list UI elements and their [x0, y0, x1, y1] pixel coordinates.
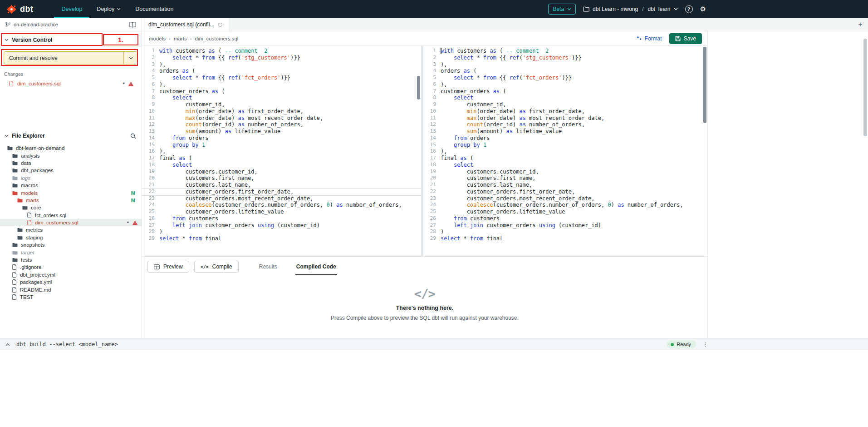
compile-button[interactable]: </> Compile — [194, 261, 239, 273]
window-scrollbar[interactable] — [863, 39, 867, 136]
tree-item-data[interactable]: data — [0, 159, 142, 167]
tree-item-packages.yml[interactable]: packages.yml — [0, 278, 142, 286]
code-line[interactable]: 25 customer_orders.lifetime_value — [142, 209, 421, 215]
code-line[interactable]: 9 customer_id, — [142, 101, 421, 108]
code-line[interactable]: 3), — [142, 61, 421, 68]
commit-dropdown-button[interactable] — [123, 51, 138, 65]
tree-item-fct_orders.sql[interactable]: fct_orders.sql — [0, 212, 142, 219]
breadcrumb-models[interactable]: models — [149, 36, 166, 41]
code-line[interactable]: 2 select * from {{ ref('stg_customers')}… — [142, 55, 421, 61]
docs-book-icon[interactable] — [129, 22, 136, 28]
code-line[interactable]: 22 customer_orders.first_order_date, — [142, 189, 421, 195]
tree-item-dim_customers.sql[interactable]: dim_customers.sql• — [0, 219, 142, 226]
nav-deploy[interactable]: Deploy — [89, 0, 128, 18]
code-line[interactable]: 7customer_orders as ( — [423, 88, 707, 95]
code-line[interactable]: 21 customers.last_name, — [142, 182, 421, 189]
format-button[interactable]: Format — [636, 35, 662, 42]
code-line[interactable]: 8 select — [423, 94, 707, 101]
changed-file-row[interactable]: dim_customers.sql • — [0, 79, 142, 88]
code-line[interactable]: 17final as ( — [423, 155, 707, 162]
settings-gear-icon[interactable]: ⚙ — [700, 5, 706, 13]
code-line[interactable]: 11 max(order_date) as most_recent_order_… — [142, 115, 421, 122]
code-line[interactable]: 5 select * from {{ ref('fct_orders')}} — [423, 74, 707, 81]
code-line[interactable]: 16), — [142, 148, 421, 155]
code-line[interactable]: 12 count(order_id) as number_of_orders, — [423, 121, 707, 128]
kebab-menu-icon[interactable]: ⋮ — [702, 341, 708, 348]
code-editor-right[interactable]: 1with customers as ( -- comment 22 selec… — [423, 46, 707, 256]
version-control-header[interactable]: Version Control — [0, 31, 142, 47]
code-line[interactable]: 28) — [423, 228, 707, 235]
code-line[interactable]: 11 max(order_date) as most_recent_order_… — [423, 115, 707, 122]
code-line[interactable]: 22 customer_orders.first_order_date, — [423, 189, 707, 195]
new-tab-button[interactable]: + — [853, 18, 868, 31]
code-line[interactable]: 27 left join customer_orders using (cust… — [142, 222, 421, 229]
nav-develop[interactable]: Develop — [54, 0, 89, 18]
code-line[interactable]: 7customer_orders as ( — [142, 88, 421, 95]
branch-name[interactable]: on-demand-practice — [14, 22, 126, 27]
code-line[interactable]: 1with customers as ( -- comment 2 — [423, 48, 707, 55]
search-icon[interactable] — [130, 133, 136, 139]
code-line[interactable]: 21 customers.last_name, — [423, 182, 707, 189]
tree-item-dbt-learn-on-demand[interactable]: dbt-learn-on-demand — [0, 144, 142, 152]
tree-item-analysis[interactable]: analysis — [0, 152, 142, 159]
tree-item-TEST[interactable]: TEST — [0, 293, 142, 301]
tree-item-marts[interactable]: martsM — [0, 197, 142, 204]
code-line[interactable]: 10 min(order_date) as first_order_date, — [142, 108, 421, 115]
tree-item-README.md[interactable]: README.md — [0, 286, 142, 293]
code-line[interactable]: 13 sum(amount) as lifetime_value — [142, 128, 421, 135]
code-line[interactable]: 26 from customers — [423, 215, 707, 222]
code-line[interactable]: 3), — [423, 61, 707, 68]
code-line[interactable]: 8 select — [142, 94, 421, 101]
project-selector[interactable]: dbt Learn - mwong / dbt_learn — [583, 6, 677, 12]
tab-dim-customers[interactable]: dim_customers.sql (confli... — [142, 18, 229, 31]
code-line[interactable]: 17final as ( — [142, 155, 421, 162]
code-line[interactable]: 2 select * from {{ ref('stg_customers')}… — [423, 55, 707, 61]
code-line[interactable]: 15 group by 1 — [423, 142, 707, 149]
save-button[interactable]: Save — [669, 33, 702, 44]
breadcrumb-marts[interactable]: marts — [174, 36, 187, 41]
code-line[interactable]: 27 left join customer_orders using (cust… — [423, 222, 707, 229]
code-line[interactable]: 4orders as ( — [423, 68, 707, 74]
tree-item-macros[interactable]: macros — [0, 182, 142, 189]
scrollbar-thumb[interactable] — [703, 47, 706, 123]
code-line[interactable]: 20 customers.first_name, — [423, 175, 707, 182]
code-line[interactable]: 24 coalesce(customer_orders.number_of_or… — [423, 202, 707, 209]
code-line[interactable]: 10 min(order_date) as first_order_date, — [423, 108, 707, 115]
nav-documentation[interactable]: Documentation — [128, 0, 181, 18]
code-line[interactable]: 4orders as ( — [142, 68, 421, 74]
tree-item-core[interactable]: core — [0, 204, 142, 211]
commit-and-resolve-button[interactable]: Commit and resolve — [4, 51, 123, 65]
code-line[interactable]: 14 from orders — [423, 135, 707, 142]
preview-button[interactable]: Preview — [147, 261, 189, 273]
code-line[interactable]: 20 customers.first_name, — [142, 175, 421, 182]
code-editor-left[interactable]: 1with customers as ( -- comment 22 selec… — [142, 46, 421, 256]
tree-item-dbt_project.yml[interactable]: dbt_project.yml — [0, 271, 142, 278]
chevron-up-icon[interactable] — [5, 343, 10, 346]
tree-item-metrics[interactable]: metrics — [0, 226, 142, 233]
code-line[interactable]: 5 select * from {{ ref('fct_orders')}} — [142, 74, 421, 81]
code-line[interactable]: 12 count(order_id) as number_of_orders, — [142, 121, 421, 128]
breadcrumb-file[interactable]: dim_customers.sql — [195, 36, 239, 41]
tree-item-.gitignore[interactable]: .gitignore — [0, 263, 142, 271]
code-line[interactable]: 29select * from final — [142, 235, 421, 242]
code-line[interactable]: 28) — [142, 228, 421, 235]
code-line[interactable]: 6), — [142, 81, 421, 88]
command-input[interactable]: dbt build --select <model_name> — [16, 341, 667, 348]
code-line[interactable]: 23 customer_orders.most_recent_order_dat… — [142, 195, 421, 202]
tab-results[interactable]: Results — [258, 261, 278, 272]
beta-toggle[interactable]: Beta — [548, 4, 576, 15]
code-line[interactable]: 1with customers as ( -- comment 2 — [142, 48, 421, 55]
tab-compiled-code[interactable]: Compiled Code — [295, 261, 337, 272]
tree-item-staging[interactable]: staging — [0, 234, 142, 241]
code-line[interactable]: 19 customers.customer_id, — [142, 169, 421, 175]
tree-item-dbt_packages[interactable]: dbt_packages — [0, 167, 142, 174]
code-line[interactable]: 14 from orders — [142, 135, 421, 142]
code-line[interactable]: 6), — [423, 81, 707, 88]
tree-item-target[interactable]: target — [0, 248, 142, 256]
tree-item-tests[interactable]: tests — [0, 256, 142, 263]
code-line[interactable]: 13 sum(amount) as lifetime_value — [423, 128, 707, 135]
tree-item-snapshots[interactable]: snapshots — [0, 241, 142, 248]
code-line[interactable]: 23 customer_orders.most_recent_order_dat… — [423, 195, 707, 202]
code-line[interactable]: 24 coalesce(customer_orders.number_of_or… — [142, 202, 421, 209]
code-line[interactable]: 16), — [423, 148, 707, 155]
